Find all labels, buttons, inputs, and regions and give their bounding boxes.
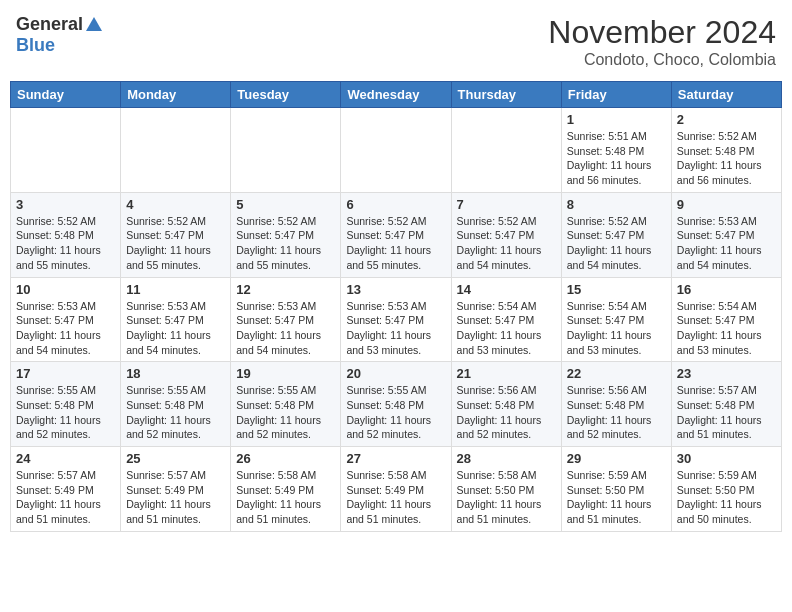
day-number: 18: [126, 366, 225, 381]
calendar-cell: 21Sunrise: 5:56 AMSunset: 5:48 PMDayligh…: [451, 362, 561, 447]
day-info: Sunrise: 5:55 AMSunset: 5:48 PMDaylight:…: [16, 383, 115, 442]
day-header-tuesday: Tuesday: [231, 82, 341, 108]
day-info: Sunrise: 5:51 AMSunset: 5:48 PMDaylight:…: [567, 129, 666, 188]
calendar-cell: 10Sunrise: 5:53 AMSunset: 5:47 PMDayligh…: [11, 277, 121, 362]
calendar-cell: 8Sunrise: 5:52 AMSunset: 5:47 PMDaylight…: [561, 192, 671, 277]
calendar-cell: 16Sunrise: 5:54 AMSunset: 5:47 PMDayligh…: [671, 277, 781, 362]
calendar-week-2: 3Sunrise: 5:52 AMSunset: 5:48 PMDaylight…: [11, 192, 782, 277]
calendar-cell: 11Sunrise: 5:53 AMSunset: 5:47 PMDayligh…: [121, 277, 231, 362]
calendar-cell: 3Sunrise: 5:52 AMSunset: 5:48 PMDaylight…: [11, 192, 121, 277]
day-number: 1: [567, 112, 666, 127]
day-info: Sunrise: 5:52 AMSunset: 5:48 PMDaylight:…: [677, 129, 776, 188]
day-number: 20: [346, 366, 445, 381]
day-info: Sunrise: 5:57 AMSunset: 5:49 PMDaylight:…: [16, 468, 115, 527]
day-number: 12: [236, 282, 335, 297]
day-info: Sunrise: 5:55 AMSunset: 5:48 PMDaylight:…: [346, 383, 445, 442]
day-info: Sunrise: 5:55 AMSunset: 5:48 PMDaylight:…: [236, 383, 335, 442]
day-number: 17: [16, 366, 115, 381]
calendar-cell: 15Sunrise: 5:54 AMSunset: 5:47 PMDayligh…: [561, 277, 671, 362]
day-info: Sunrise: 5:56 AMSunset: 5:48 PMDaylight:…: [567, 383, 666, 442]
day-number: 6: [346, 197, 445, 212]
calendar-cell: 26Sunrise: 5:58 AMSunset: 5:49 PMDayligh…: [231, 447, 341, 532]
calendar-cell: 5Sunrise: 5:52 AMSunset: 5:47 PMDaylight…: [231, 192, 341, 277]
calendar-cell: 29Sunrise: 5:59 AMSunset: 5:50 PMDayligh…: [561, 447, 671, 532]
day-number: 3: [16, 197, 115, 212]
day-info: Sunrise: 5:52 AMSunset: 5:48 PMDaylight:…: [16, 214, 115, 273]
day-number: 10: [16, 282, 115, 297]
day-header-wednesday: Wednesday: [341, 82, 451, 108]
logo: General Blue: [16, 14, 102, 56]
calendar-cell: 28Sunrise: 5:58 AMSunset: 5:50 PMDayligh…: [451, 447, 561, 532]
day-number: 2: [677, 112, 776, 127]
day-info: Sunrise: 5:52 AMSunset: 5:47 PMDaylight:…: [236, 214, 335, 273]
calendar-cell: 27Sunrise: 5:58 AMSunset: 5:49 PMDayligh…: [341, 447, 451, 532]
calendar-cell: 17Sunrise: 5:55 AMSunset: 5:48 PMDayligh…: [11, 362, 121, 447]
day-number: 27: [346, 451, 445, 466]
calendar-cell: 24Sunrise: 5:57 AMSunset: 5:49 PMDayligh…: [11, 447, 121, 532]
day-info: Sunrise: 5:52 AMSunset: 5:47 PMDaylight:…: [346, 214, 445, 273]
day-info: Sunrise: 5:54 AMSunset: 5:47 PMDaylight:…: [457, 299, 556, 358]
day-info: Sunrise: 5:53 AMSunset: 5:47 PMDaylight:…: [16, 299, 115, 358]
day-number: 13: [346, 282, 445, 297]
day-number: 23: [677, 366, 776, 381]
day-header-monday: Monday: [121, 82, 231, 108]
logo-triangle-icon: [86, 17, 102, 33]
day-info: Sunrise: 5:57 AMSunset: 5:48 PMDaylight:…: [677, 383, 776, 442]
day-number: 22: [567, 366, 666, 381]
calendar-cell: 25Sunrise: 5:57 AMSunset: 5:49 PMDayligh…: [121, 447, 231, 532]
day-number: 30: [677, 451, 776, 466]
day-info: Sunrise: 5:53 AMSunset: 5:47 PMDaylight:…: [126, 299, 225, 358]
day-info: Sunrise: 5:57 AMSunset: 5:49 PMDaylight:…: [126, 468, 225, 527]
calendar-week-1: 1Sunrise: 5:51 AMSunset: 5:48 PMDaylight…: [11, 108, 782, 193]
day-number: 14: [457, 282, 556, 297]
calendar-cell: 1Sunrise: 5:51 AMSunset: 5:48 PMDaylight…: [561, 108, 671, 193]
calendar-cell: 9Sunrise: 5:53 AMSunset: 5:47 PMDaylight…: [671, 192, 781, 277]
day-number: 4: [126, 197, 225, 212]
calendar-title: November 2024: [548, 14, 776, 51]
day-header-thursday: Thursday: [451, 82, 561, 108]
day-info: Sunrise: 5:53 AMSunset: 5:47 PMDaylight:…: [236, 299, 335, 358]
day-header-saturday: Saturday: [671, 82, 781, 108]
calendar-cell: 19Sunrise: 5:55 AMSunset: 5:48 PMDayligh…: [231, 362, 341, 447]
day-number: 29: [567, 451, 666, 466]
day-number: 28: [457, 451, 556, 466]
calendar-week-4: 17Sunrise: 5:55 AMSunset: 5:48 PMDayligh…: [11, 362, 782, 447]
day-info: Sunrise: 5:52 AMSunset: 5:47 PMDaylight:…: [457, 214, 556, 273]
calendar-cell: [451, 108, 561, 193]
title-block: November 2024 Condoto, Choco, Colombia: [548, 14, 776, 69]
calendar-week-3: 10Sunrise: 5:53 AMSunset: 5:47 PMDayligh…: [11, 277, 782, 362]
day-number: 5: [236, 197, 335, 212]
calendar-cell: 7Sunrise: 5:52 AMSunset: 5:47 PMDaylight…: [451, 192, 561, 277]
calendar-cell: [231, 108, 341, 193]
day-info: Sunrise: 5:54 AMSunset: 5:47 PMDaylight:…: [567, 299, 666, 358]
day-number: 19: [236, 366, 335, 381]
day-number: 11: [126, 282, 225, 297]
logo-blue-text: Blue: [16, 35, 55, 56]
day-info: Sunrise: 5:52 AMSunset: 5:47 PMDaylight:…: [567, 214, 666, 273]
day-info: Sunrise: 5:53 AMSunset: 5:47 PMDaylight:…: [346, 299, 445, 358]
calendar-cell: 23Sunrise: 5:57 AMSunset: 5:48 PMDayligh…: [671, 362, 781, 447]
day-info: Sunrise: 5:58 AMSunset: 5:49 PMDaylight:…: [346, 468, 445, 527]
calendar-cell: 13Sunrise: 5:53 AMSunset: 5:47 PMDayligh…: [341, 277, 451, 362]
day-number: 16: [677, 282, 776, 297]
day-info: Sunrise: 5:56 AMSunset: 5:48 PMDaylight:…: [457, 383, 556, 442]
calendar-cell: 12Sunrise: 5:53 AMSunset: 5:47 PMDayligh…: [231, 277, 341, 362]
calendar-week-5: 24Sunrise: 5:57 AMSunset: 5:49 PMDayligh…: [11, 447, 782, 532]
calendar-cell: [121, 108, 231, 193]
day-header-sunday: Sunday: [11, 82, 121, 108]
day-info: Sunrise: 5:55 AMSunset: 5:48 PMDaylight:…: [126, 383, 225, 442]
day-number: 26: [236, 451, 335, 466]
day-info: Sunrise: 5:54 AMSunset: 5:47 PMDaylight:…: [677, 299, 776, 358]
calendar-cell: [11, 108, 121, 193]
header: General Blue November 2024 Condoto, Choc…: [10, 10, 782, 73]
day-number: 15: [567, 282, 666, 297]
day-info: Sunrise: 5:59 AMSunset: 5:50 PMDaylight:…: [677, 468, 776, 527]
svg-marker-0: [86, 17, 102, 31]
day-info: Sunrise: 5:52 AMSunset: 5:47 PMDaylight:…: [126, 214, 225, 273]
calendar-cell: 2Sunrise: 5:52 AMSunset: 5:48 PMDaylight…: [671, 108, 781, 193]
day-number: 25: [126, 451, 225, 466]
day-header-friday: Friday: [561, 82, 671, 108]
calendar-cell: 30Sunrise: 5:59 AMSunset: 5:50 PMDayligh…: [671, 447, 781, 532]
day-number: 7: [457, 197, 556, 212]
calendar-cell: 20Sunrise: 5:55 AMSunset: 5:48 PMDayligh…: [341, 362, 451, 447]
